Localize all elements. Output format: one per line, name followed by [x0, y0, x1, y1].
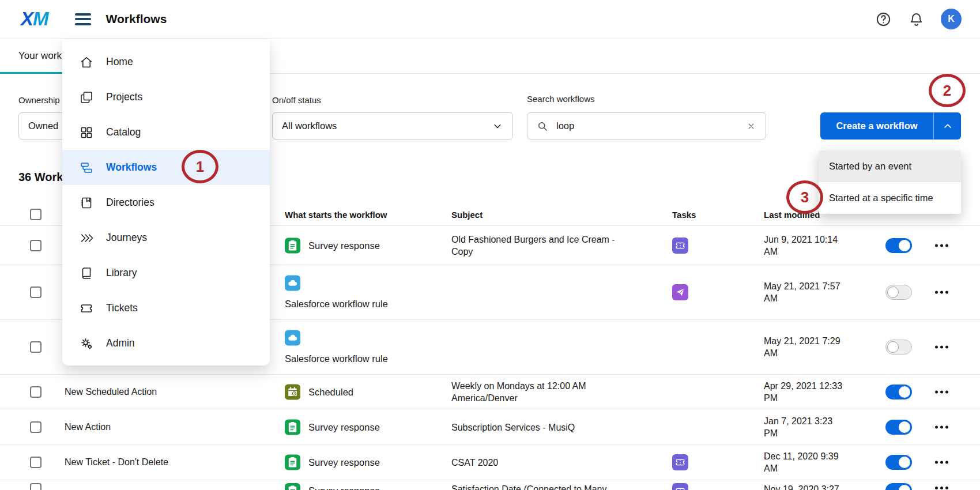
annotation-number: 1	[196, 158, 204, 176]
row-checkbox[interactable]	[30, 287, 42, 298]
last-modified: May 21, 2021 7:57 AM	[764, 280, 847, 304]
annotation-circle-1: 1	[182, 150, 218, 183]
annotation-circle-3: 3	[786, 180, 823, 214]
menu-item-library[interactable]: Library	[62, 255, 270, 291]
menu-item-label: Tickets	[106, 302, 138, 314]
row-checkbox[interactable]	[30, 240, 42, 251]
chevron-up-icon	[942, 120, 953, 132]
survey-response-icon	[285, 455, 300, 470]
trigger-label: Survey response	[308, 457, 380, 468]
create-menu-item[interactable]: Started by an event	[819, 150, 961, 182]
top-bar: XM Workflows K	[0, 0, 980, 39]
ticket-task-icon	[672, 483, 688, 490]
workflow-enabled-toggle[interactable]	[885, 340, 912, 355]
nav-menu: HomeProjectsCatalogWorkflowsDirectoriesJ…	[62, 39, 270, 365]
status-select[interactable]: All workflows	[272, 112, 513, 140]
workflow-subject: Subscription Services - MusiQ	[451, 421, 630, 433]
workflow-enabled-toggle[interactable]	[885, 420, 912, 435]
menu-item-workflows[interactable]: Workflows	[62, 150, 270, 185]
home-icon	[80, 55, 93, 69]
row-actions-button[interactable]	[935, 288, 948, 297]
workflow-subject: CSAT 2020	[451, 457, 630, 469]
table-row: New Scheduled ActionScheduledWeekly on M…	[0, 375, 980, 409]
logo-letter-x: X	[21, 8, 33, 30]
menu-item-label: Library	[106, 267, 137, 279]
workflow-enabled-toggle[interactable]	[885, 455, 912, 470]
row-actions-button[interactable]	[935, 422, 948, 432]
search-box	[527, 112, 766, 140]
menu-item-label: Journeys	[106, 232, 147, 244]
menu-item-tickets[interactable]: Tickets	[62, 291, 270, 326]
create-workflow-main-button[interactable]: Create a workflow	[820, 112, 933, 140]
last-modified: Dec 11, 2020 9:39 AM	[764, 450, 847, 474]
annotation-number: 3	[801, 189, 809, 206]
help-icon[interactable]	[875, 11, 892, 28]
clear-search-icon[interactable]	[746, 121, 756, 131]
table-row: New Ticket - Don't DeleteSurvey response…	[0, 445, 980, 480]
menu-item-directories[interactable]: Directories	[62, 185, 270, 220]
directories-icon	[80, 196, 93, 210]
workflow-enabled-toggle[interactable]	[885, 285, 912, 300]
catalog-icon	[80, 126, 93, 140]
workflow-trigger: Salesforce workflow rule	[285, 330, 388, 364]
create-workflow-button: Create a workflow	[820, 112, 961, 140]
row-checkbox[interactable]	[30, 341, 42, 353]
search-icon	[537, 120, 548, 132]
library-icon	[80, 266, 93, 280]
salesforce-icon	[285, 276, 300, 291]
workflow-enabled-toggle[interactable]	[885, 483, 912, 490]
hamburger-menu-icon[interactable]	[75, 13, 91, 25]
menu-item-catalog[interactable]: Catalog	[62, 115, 270, 150]
row-checkbox[interactable]	[30, 421, 42, 433]
select-all-checkbox[interactable]	[30, 209, 42, 220]
survey-response-icon	[285, 483, 300, 490]
tickets-icon	[80, 301, 93, 315]
workflow-trigger: Salesforce workflow rule	[285, 276, 388, 310]
row-actions-button[interactable]	[935, 342, 948, 352]
row-checkbox[interactable]	[30, 457, 42, 468]
workflow-enabled-toggle[interactable]	[885, 385, 912, 399]
annotation-number: 2	[943, 82, 951, 100]
avatar[interactable]: K	[941, 9, 962, 29]
trigger-label: Survey response	[308, 240, 380, 251]
row-actions-button[interactable]	[935, 387, 948, 397]
menu-item-projects[interactable]: Projects	[62, 80, 270, 115]
column-header-what-starts: What starts the workflow	[285, 209, 387, 219]
workflow-subject: Satisfaction Date (Connected to Many	[451, 483, 630, 490]
workflow-trigger: Survey response	[285, 483, 380, 490]
trigger-label: Salesforce workflow rule	[285, 299, 388, 310]
nav-menu-list: HomeProjectsCatalogWorkflowsDirectoriesJ…	[62, 44, 270, 361]
workflow-tasks	[672, 238, 688, 254]
create-workflow-caret-button[interactable]	[933, 112, 961, 140]
journeys-icon	[80, 231, 93, 245]
create-menu-item[interactable]: Started at a specific time	[819, 182, 961, 214]
admin-icon	[80, 337, 93, 350]
table-row: New ActionSurvey responseSubscription Se…	[0, 409, 980, 445]
row-checkbox[interactable]	[30, 483, 42, 490]
workflow-trigger: Survey response	[285, 419, 380, 435]
row-actions-button[interactable]	[935, 458, 948, 468]
workflow-name: New Scheduled Action	[65, 387, 266, 397]
menu-item-journeys[interactable]: Journeys	[62, 220, 270, 255]
row-actions-button[interactable]	[935, 240, 948, 250]
row-checkbox[interactable]	[30, 386, 42, 398]
create-workflow-menu: Started by an eventStarted at a specific…	[819, 150, 961, 214]
survey-response-icon	[285, 419, 300, 435]
chevron-down-icon	[492, 120, 503, 132]
workflow-tasks	[672, 483, 688, 490]
notifications-bell-icon[interactable]	[908, 11, 925, 28]
projects-icon	[80, 91, 93, 104]
workflow-enabled-toggle[interactable]	[885, 238, 912, 253]
ownership-label: Ownership	[18, 95, 60, 105]
last-modified: Jun 9, 2021 10:14 AM	[764, 233, 847, 258]
search-input[interactable]	[555, 120, 739, 132]
workflow-trigger: Survey response	[285, 455, 380, 470]
last-modified: May 21, 2021 7:29 AM	[764, 335, 847, 359]
survey-response-icon	[285, 238, 300, 253]
menu-item-admin[interactable]: Admin	[62, 326, 270, 361]
row-actions-button[interactable]	[935, 483, 948, 490]
ticket-task-icon	[672, 238, 688, 254]
menu-item-label: Admin	[106, 337, 135, 349]
menu-item-home[interactable]: Home	[62, 44, 270, 80]
menu-item-label: Directories	[106, 197, 154, 209]
